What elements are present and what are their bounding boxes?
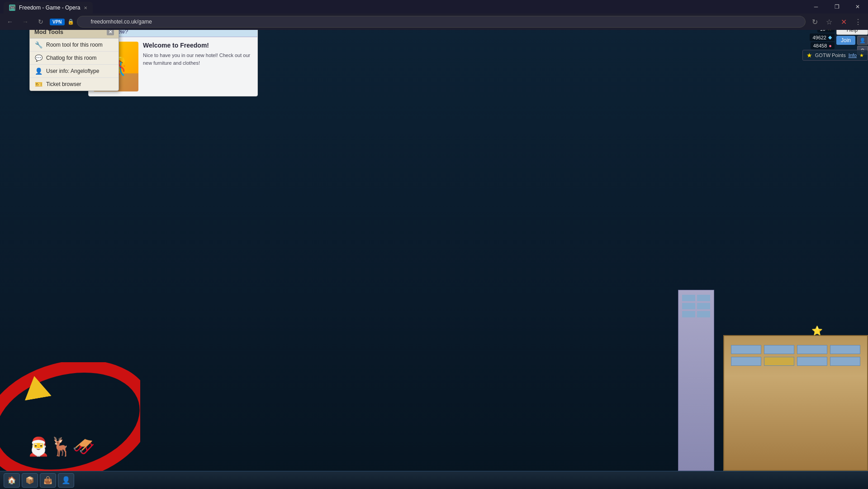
- christmas-scene: 🎅🦌🛷: [0, 362, 140, 471]
- tab-close-btn[interactable]: ✕: [84, 5, 87, 10]
- reload-toolbar-button[interactable]: ↻: [808, 15, 821, 28]
- taskbar: 🏠 📦 👜 👤: [0, 471, 868, 489]
- diamond-amount: 49622: [812, 35, 826, 40]
- minimize-button[interactable]: ─: [806, 0, 826, 14]
- diamond-row: 49622 ◆: [810, 34, 835, 41]
- points-amount: 48458: [813, 43, 827, 48]
- ticket-browser-icon: 🎫: [34, 80, 43, 88]
- mod-menu-ticket-browser[interactable]: 🎫 Ticket browser: [30, 78, 119, 91]
- security-icon: 🔒: [67, 19, 74, 25]
- tab-title: Freedom - Game - Opera: [19, 5, 80, 11]
- window-controls: ─ ❐ ✕: [806, 0, 868, 14]
- whats-new-body: Nice to have you in our new hotel! Check…: [143, 52, 253, 67]
- mod-menu-room-tool[interactable]: 🔧 Room tool for this room: [30, 38, 119, 52]
- mod-menu-user-info[interactable]: 👤 User info: Angeloftype: [30, 65, 119, 78]
- vpn-badge[interactable]: VPN: [50, 19, 65, 25]
- whats-new-title: Welcome to Freedom!: [143, 42, 253, 49]
- reload-button[interactable]: ↻: [34, 15, 47, 28]
- points-icon: ●: [829, 43, 832, 48]
- chatlog-icon: 💬: [34, 54, 43, 62]
- game-area: Mod Tools ✕ 🔧 Room tool for this room 💬 …: [0, 23, 868, 489]
- diamond-icon: ◆: [828, 34, 832, 40]
- ticket-browser-label: Ticket browser: [46, 81, 81, 87]
- whats-new-text: Welcome to Freedom! Nice to have you in …: [143, 42, 253, 91]
- points-row: 48458 ●: [811, 42, 835, 49]
- taskbar-profile-btn[interactable]: 👤: [58, 473, 74, 488]
- user-info-label: User info: Angeloftype: [46, 68, 99, 74]
- taskbar-home-btn[interactable]: 🏠: [4, 473, 20, 488]
- bookmark-button[interactable]: ☆: [823, 15, 835, 28]
- taskbar-inventory-btn[interactable]: 📦: [22, 473, 38, 488]
- chatlog-label: Chatlog for this room: [46, 55, 96, 61]
- profile-icon-button[interactable]: 👤: [857, 36, 868, 45]
- tab-favicon: 🎮: [9, 5, 15, 11]
- address-input[interactable]: [77, 16, 806, 28]
- taskbar-bag-btn[interactable]: 👜: [40, 473, 56, 488]
- mod-tools-dropdown: Mod Tools ✕ 🔧 Room tool for this room 💬 …: [29, 25, 119, 91]
- join-button[interactable]: Join: [836, 36, 855, 45]
- mod-menu-chatlog[interactable]: 💬 Chatlog for this room: [30, 52, 119, 65]
- santa-character: 🎅🦌🛷: [27, 436, 95, 457]
- toolbar-right: ↻ ☆ ✕ ⋮: [808, 15, 864, 28]
- forward-button[interactable]: →: [19, 15, 32, 28]
- building-scene: ⭐: [678, 290, 868, 471]
- room-tool-label: Room tool for this room: [46, 42, 103, 48]
- user-info-icon: 👤: [34, 67, 43, 75]
- restore-button[interactable]: ❐: [826, 0, 847, 14]
- back-button[interactable]: ←: [4, 15, 16, 28]
- gotw-star-right: ★: [859, 53, 864, 58]
- info-label[interactable]: Info: [849, 53, 857, 58]
- menu-button[interactable]: ⋮: [852, 15, 864, 28]
- gotw-star-icon: ★: [806, 52, 812, 59]
- gotw-label: GOTW Points: [815, 53, 846, 58]
- close-toolbar-button[interactable]: ✕: [837, 15, 850, 28]
- active-tab[interactable]: 🎮 Freedom - Game - Opera ✕: [4, 2, 93, 14]
- room-tool-icon: 🔧: [34, 41, 43, 49]
- close-window-button[interactable]: ✕: [847, 0, 868, 14]
- gotw-bar: ★ GOTW Points Info ★: [802, 50, 868, 61]
